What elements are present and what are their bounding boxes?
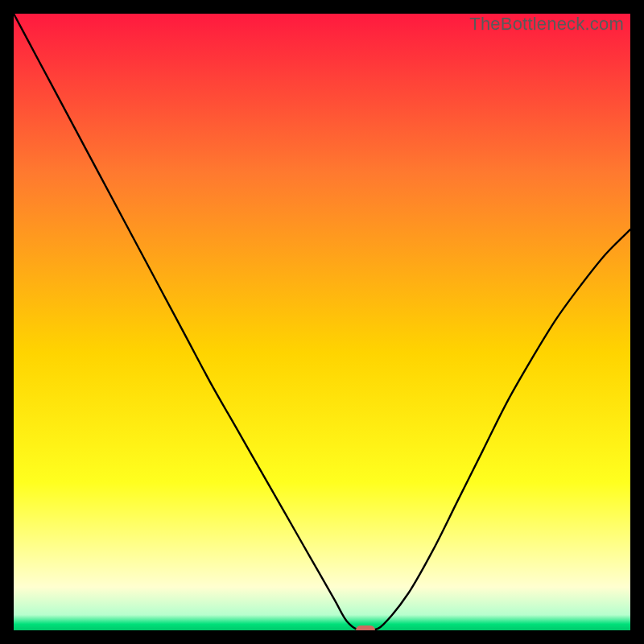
plot-area: TheBottleneck.com xyxy=(14,14,630,630)
chart-frame: TheBottleneck.com xyxy=(0,0,644,644)
bottleneck-curve xyxy=(14,14,630,630)
optimal-marker xyxy=(356,625,375,630)
